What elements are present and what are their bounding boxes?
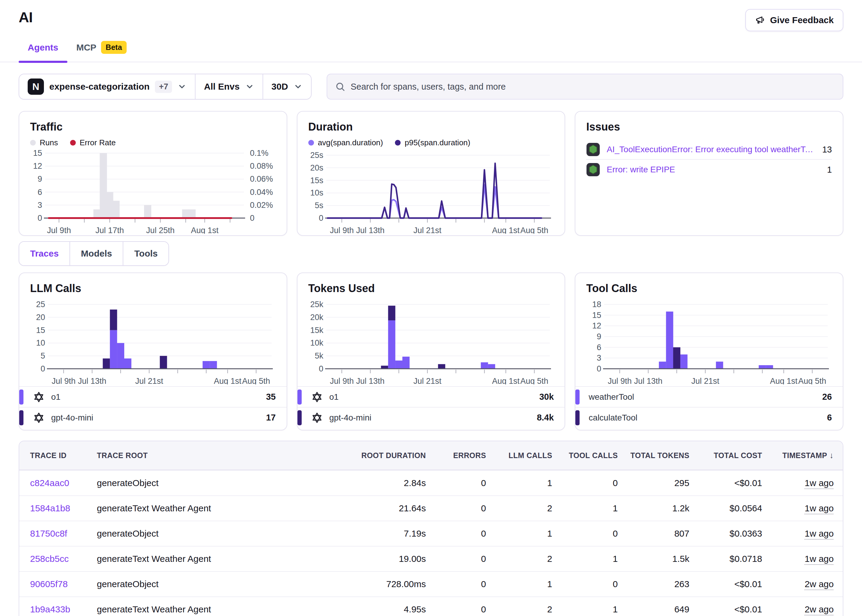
tab-tools-label: Tools bbox=[134, 248, 158, 259]
tab-mcp[interactable]: MCP Beta bbox=[68, 38, 136, 62]
timestamp-value: 1w ago bbox=[805, 554, 834, 564]
breakdown-row-gpt-4o-mini[interactable]: gpt-4o-mini 17 bbox=[19, 407, 287, 428]
tool-calls-breakdown: weatherTool 26 calculateTool 6 bbox=[575, 386, 843, 428]
tokens-used-breakdown: o1 30k gpt-4o-mini 8.4k bbox=[297, 386, 565, 428]
issue-count: 1 bbox=[827, 165, 832, 175]
trace-id-link[interactable]: 1584a1b8 bbox=[19, 503, 97, 514]
svg-text:Aug 5th: Aug 5th bbox=[242, 377, 270, 384]
root-duration-cell: 19.00s bbox=[314, 554, 428, 564]
tab-traces-label: Traces bbox=[30, 248, 59, 259]
svg-text:0: 0 bbox=[38, 214, 42, 223]
total-tokens-cell: 1.2k bbox=[620, 503, 692, 514]
llm-calls-card-title: LLM Calls bbox=[30, 282, 276, 295]
issue-row[interactable]: AI_ToolExecutionError: Error executing t… bbox=[586, 140, 832, 160]
table-row: c824aac0 generateObject 2.84s 0 1 0 295 … bbox=[19, 470, 843, 495]
tab-models[interactable]: Models bbox=[69, 242, 123, 265]
tool-call-count: 26 bbox=[822, 392, 832, 402]
openai-icon bbox=[33, 412, 45, 424]
col-root-duration[interactable]: ROOT DURATION bbox=[314, 451, 428, 460]
model-token-count: 30k bbox=[539, 392, 554, 402]
breakdown-row-gpt-4o-mini[interactable]: gpt-4o-mini 8.4k bbox=[297, 407, 565, 428]
trace-root-cell: generateText Weather Agent bbox=[97, 604, 314, 614]
env-filter-dropdown[interactable]: All Envs bbox=[195, 74, 262, 99]
tab-agents-label: Agents bbox=[28, 42, 58, 53]
svg-text:15: 15 bbox=[33, 149, 42, 158]
timestamp-cell: 1w ago bbox=[765, 478, 843, 488]
tab-traces[interactable]: Traces bbox=[19, 242, 69, 265]
trace-root-cell: generateObject bbox=[97, 579, 314, 589]
col-errors[interactable]: ERRORS bbox=[428, 451, 488, 460]
llm-calls-cell: 1 bbox=[488, 579, 554, 589]
total-cost-cell: $0.0363 bbox=[692, 528, 765, 539]
svg-text:0.08%: 0.08% bbox=[250, 162, 273, 171]
col-trace-id[interactable]: TRACE ID bbox=[19, 451, 97, 460]
traffic-legend: Runs Error Rate bbox=[30, 138, 276, 148]
traffic-chart: 0030.02%60.04%90.06%120.08%150.1%Jul 9th… bbox=[30, 148, 276, 234]
svg-text:20s: 20s bbox=[310, 163, 323, 172]
svg-text:9: 9 bbox=[597, 332, 601, 341]
col-trace-root[interactable]: TRACE ROOT bbox=[97, 451, 314, 460]
total-cost-cell: <$0.01 bbox=[692, 604, 765, 614]
date-range-dropdown[interactable]: 30D bbox=[262, 74, 311, 99]
tab-agents[interactable]: Agents bbox=[19, 38, 68, 62]
llm-calls-cell: 1 bbox=[488, 478, 554, 488]
timestamp-value: 1w ago bbox=[805, 478, 834, 488]
megaphone-icon bbox=[755, 15, 765, 25]
topbar: AI Give Feedback bbox=[19, 0, 843, 31]
col-timestamp[interactable]: TIMESTAMP↓ bbox=[765, 451, 843, 460]
total-tokens-cell: 263 bbox=[620, 579, 692, 589]
search-input[interactable] bbox=[351, 82, 835, 92]
col-total-cost[interactable]: TOTAL COST bbox=[692, 451, 765, 460]
total-cost-cell: $0.0718 bbox=[692, 554, 765, 564]
svg-text:0.06%: 0.06% bbox=[250, 174, 273, 184]
col-total-tokens[interactable]: TOTAL TOKENS bbox=[620, 451, 692, 460]
model-call-count: 17 bbox=[266, 413, 275, 423]
svg-text:15: 15 bbox=[592, 311, 601, 320]
give-feedback-button[interactable]: Give Feedback bbox=[745, 9, 843, 31]
metrics-row-1: Traffic Runs Error Rate 0030.02%60.04%90… bbox=[19, 111, 843, 236]
table-row: 258cb5cc generateText Weather Agent 19.0… bbox=[19, 546, 843, 571]
trace-id-link[interactable]: c824aac0 bbox=[19, 478, 97, 488]
trace-id-link[interactable]: 90605f78 bbox=[19, 579, 97, 589]
chevron-down-icon bbox=[177, 82, 187, 91]
svg-text:9: 9 bbox=[38, 174, 42, 184]
filter-row: N expense-categorization +7 All Envs 30D bbox=[19, 74, 843, 99]
model-name: gpt-4o-mini bbox=[329, 413, 531, 423]
breakdown-row-weathertool[interactable]: weatherTool 26 bbox=[575, 386, 843, 407]
svg-text:Jul 25th: Jul 25th bbox=[146, 226, 175, 234]
tab-tools[interactable]: Tools bbox=[123, 242, 168, 265]
traffic-card-title: Traffic bbox=[30, 121, 276, 133]
svg-text:18: 18 bbox=[592, 300, 601, 309]
legend-item-runs: Runs bbox=[30, 138, 58, 148]
trace-id-link[interactable]: 81750c8f bbox=[19, 528, 97, 539]
chevron-down-icon bbox=[294, 82, 303, 91]
issue-row[interactable]: Error: write EPIPE 1 bbox=[586, 160, 832, 179]
avg-duration-legend-label: avg(span.duration) bbox=[318, 138, 383, 148]
svg-text:Aug 1st: Aug 1st bbox=[492, 226, 520, 234]
trace-id-link[interactable]: 258cb5cc bbox=[19, 554, 97, 564]
table-row: 1584a1b8 generateText Weather Agent 21.6… bbox=[19, 495, 843, 521]
env-filter-label: All Envs bbox=[204, 82, 239, 92]
legend-item-avg-duration: avg(span.duration) bbox=[308, 138, 383, 148]
tool-calls-cell: 1 bbox=[554, 503, 620, 514]
trace-id-link[interactable]: 1b9a433b bbox=[19, 604, 97, 614]
duration-card: Duration avg(span.duration) p95(span.dur… bbox=[297, 111, 565, 236]
model-name: o1 bbox=[51, 392, 260, 402]
breakdown-row-calculatetool[interactable]: calculateTool 6 bbox=[575, 407, 843, 428]
svg-text:Jul 9th: Jul 9th bbox=[330, 226, 354, 234]
issue-link[interactable]: Error: write EPIPE bbox=[607, 165, 821, 174]
project-filter-dropdown[interactable]: N expense-categorization +7 bbox=[19, 74, 195, 99]
breakdown-row-o1[interactable]: o1 35 bbox=[19, 386, 287, 407]
issue-gem-icon bbox=[586, 143, 600, 156]
breakdown-row-o1[interactable]: o1 30k bbox=[297, 386, 565, 407]
col-llm-calls[interactable]: LLM CALLS bbox=[488, 451, 554, 460]
metrics-row-2: LLM Calls 0510152025Jul 9thJul 13thJul 2… bbox=[19, 272, 843, 431]
col-tool-calls[interactable]: TOOL CALLS bbox=[554, 451, 620, 460]
timestamp-value: 1w ago bbox=[805, 503, 834, 513]
svg-text:25k: 25k bbox=[310, 300, 323, 309]
p95-duration-legend-dot bbox=[395, 140, 400, 146]
duration-chart: 05s10s15s20s25sJul 9thJul 13thJul 21stAu… bbox=[308, 148, 554, 234]
p95-duration-legend-label: p95(span.duration) bbox=[405, 138, 470, 148]
issue-link[interactable]: AI_ToolExecutionError: Error executing t… bbox=[607, 145, 815, 154]
llm-calls-cell: 2 bbox=[488, 604, 554, 614]
